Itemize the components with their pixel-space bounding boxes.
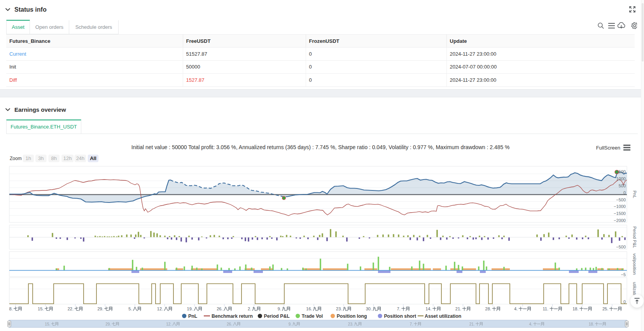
svg-text:PnL: PnL <box>188 313 198 319</box>
svg-text:Trade Vol: Trade Vol <box>302 313 323 319</box>
svg-text:1000: 1000 <box>616 176 626 181</box>
svg-text:FullScreen: FullScreen <box>596 145 620 151</box>
svg-text:12h: 12h <box>63 155 72 161</box>
svg-text:1500: 1500 <box>616 169 626 174</box>
svg-text:−500: −500 <box>616 245 626 249</box>
svg-text:3h: 3h <box>38 155 44 161</box>
svg-text:21.: 21. <box>469 322 475 326</box>
svg-text:14.: 14. <box>425 306 431 311</box>
svg-text:18.: 18. <box>572 306 578 311</box>
svg-text:28.: 28. <box>485 306 491 311</box>
svg-text:Position long: Position long <box>337 313 367 319</box>
svg-text:−500: −500 <box>616 197 626 202</box>
svg-text:26.: 26. <box>227 322 232 326</box>
svg-text:2.: 2. <box>248 306 251 311</box>
svg-text:30.: 30. <box>366 306 372 311</box>
svg-text:8.: 8. <box>9 306 12 311</box>
svg-text:4.: 4. <box>514 306 518 311</box>
svg-text:24h: 24h <box>76 155 85 161</box>
svg-text:19.: 19. <box>187 306 193 311</box>
svg-text:−1000: −1000 <box>614 204 626 209</box>
svg-text:15.: 15. <box>38 306 44 311</box>
svg-text:23.: 23. <box>348 322 354 326</box>
svg-text:26.: 26. <box>217 306 222 311</box>
svg-text:8h: 8h <box>51 155 57 161</box>
svg-text:4.: 4. <box>529 322 532 326</box>
svg-text:12.: 12. <box>157 306 163 311</box>
svg-text:9.: 9. <box>289 322 292 326</box>
svg-text:22.: 22. <box>68 306 74 311</box>
svg-text:Zoom: Zoom <box>10 156 22 161</box>
svg-text:0: 0 <box>623 190 626 195</box>
svg-text:−1500: −1500 <box>614 211 626 216</box>
svg-text:500: 500 <box>619 183 626 188</box>
svg-text:25.: 25. <box>602 306 608 311</box>
svg-text:5.: 5. <box>128 306 132 311</box>
svg-text:9.: 9. <box>278 306 281 311</box>
svg-text:All: All <box>90 155 96 161</box>
svg-text:0: 0 <box>623 299 626 304</box>
svg-text:−5: −5 <box>621 272 626 277</box>
svg-text:Benchmark return: Benchmark return <box>212 313 253 319</box>
svg-text:15.: 15. <box>45 322 50 326</box>
svg-text:−2000: −2000 <box>614 218 626 223</box>
svg-text:12.: 12. <box>166 322 172 326</box>
svg-text:Position short: Position short <box>384 313 416 319</box>
svg-text:Period P&L: Period P&L <box>632 226 637 248</box>
svg-text:Asset utilization: Asset utilization <box>425 313 461 319</box>
svg-text:16.: 16. <box>306 306 312 311</box>
svg-text:23.: 23. <box>336 306 342 311</box>
svg-text:18.: 18. <box>589 322 594 326</box>
svg-text:Period P&L: Period P&L <box>264 313 290 319</box>
svg-text:1h: 1h <box>26 155 31 161</box>
svg-text:7.: 7. <box>397 306 401 311</box>
svg-text:21.: 21. <box>455 306 461 311</box>
svg-text:vol/position: vol/position <box>632 253 637 275</box>
svg-text:Initial net value : 50000 Tota: Initial net value : 50000 Total profit: … <box>131 144 510 150</box>
svg-text:PnL: PnL <box>632 190 637 198</box>
svg-text:11.: 11. <box>543 306 548 311</box>
svg-text:29.: 29. <box>97 306 103 311</box>
svg-text:7.: 7. <box>410 322 413 326</box>
svg-text:29.: 29. <box>105 322 111 326</box>
